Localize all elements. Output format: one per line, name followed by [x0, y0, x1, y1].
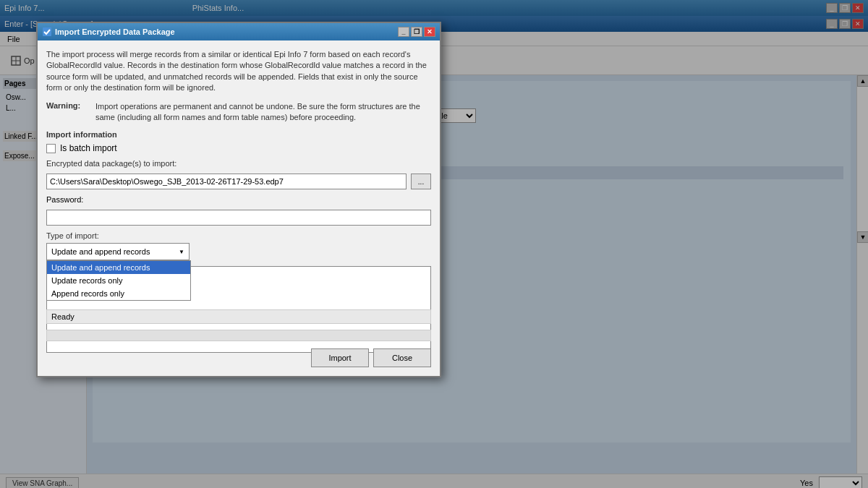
type-select-arrow: ▼ — [179, 249, 184, 255]
warning-label: Warning: — [46, 101, 90, 110]
svg-rect-20 — [43, 27, 51, 36]
modal-status-text: Ready — [51, 312, 75, 321]
batch-import-checkbox[interactable] — [46, 144, 56, 153]
modal-titlebar: Import Encrypted Data Package _ ❐ ✕ — [38, 23, 440, 40]
type-select-wrapper: Update and append records ▼ Update and a… — [46, 243, 431, 260]
type-select-btn[interactable]: Update and append records ▼ — [46, 243, 190, 260]
modal-restore-btn[interactable]: ❐ — [411, 27, 422, 37]
modal-buttons: Import Close — [46, 348, 431, 367]
modal-description: The import process will merge records fr… — [46, 49, 431, 94]
type-select-value: Update and append records — [51, 247, 150, 256]
close-btn[interactable]: Close — [373, 348, 431, 367]
warning-row: Warning: Import operations are permanent… — [46, 101, 431, 124]
import-modal: Import Encrypted Data Package _ ❐ ✕ The … — [36, 22, 441, 377]
browse-btn[interactable]: ... — [411, 174, 431, 189]
modal-icon — [42, 27, 52, 37]
modal-progress-bar — [46, 330, 431, 341]
modal-status: Ready — [46, 309, 431, 324]
type-option-2[interactable]: Append records only — [47, 287, 190, 300]
batch-import-row: Is batch import — [46, 143, 431, 153]
type-label: Type of import: — [46, 231, 431, 240]
type-option-1[interactable]: Update records only — [47, 274, 190, 287]
modal-title: Import Encrypted Data Package — [55, 27, 175, 36]
encrypted-input-row: ... — [46, 174, 431, 189]
modal-close-btn[interactable]: ✕ — [424, 27, 435, 37]
modal-title-text: Import Encrypted Data Package — [42, 27, 175, 37]
encrypted-input[interactable] — [46, 174, 407, 189]
password-input[interactable] — [46, 210, 431, 226]
batch-import-label: Is batch import — [60, 143, 117, 153]
modal-minimize-btn[interactable]: _ — [398, 27, 409, 37]
type-select-display[interactable]: Update and append records ▼ — [46, 243, 431, 260]
type-dropdown-list: Update and append records Update records… — [46, 260, 191, 301]
modal-body: The import process will merge records fr… — [38, 40, 440, 376]
warning-text: Import operations are permanent and cann… — [95, 101, 431, 124]
type-option-0[interactable]: Update and append records — [47, 261, 190, 274]
password-label: Password: — [46, 195, 83, 204]
modal-window-controls[interactable]: _ ❐ ✕ — [398, 27, 435, 37]
encrypted-field-row: Encrypted data package(s) to import: — [46, 159, 431, 168]
password-field-row: Password: — [46, 195, 431, 204]
import-info-label: Import information — [46, 130, 431, 139]
modal-overlay: Import Encrypted Data Package _ ❐ ✕ The … — [0, 0, 868, 488]
encrypted-field-label: Encrypted data package(s) to import: — [46, 159, 176, 168]
import-btn[interactable]: Import — [311, 348, 369, 367]
